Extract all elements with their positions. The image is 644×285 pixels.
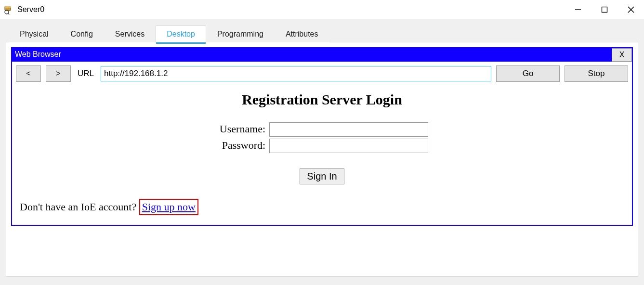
url-label: URL [76,69,96,78]
tab-attributes[interactable]: Attributes [275,26,329,42]
tab-physical[interactable]: Physical [9,26,60,42]
svg-rect-5 [602,7,607,13]
tab-desktop[interactable]: Desktop [156,26,206,42]
signup-prompt: Don't have an IoE account? [20,201,139,213]
tab-config[interactable]: Config [60,26,104,42]
close-button[interactable] [618,0,644,19]
titlebar: Server0 [0,0,644,19]
tabpage-desktop: Web Browser X < > URL Go Stop Registrati… [6,42,638,277]
window-controls [565,0,644,19]
signup-line: Don't have an IoE account? Sign up now [20,199,624,215]
tab-services[interactable]: Services [104,26,156,42]
signup-highlight: Sign up now [139,199,198,215]
password-label: Password: [216,138,269,154]
app-window: Server0 Physical Config Services Desktop [0,0,644,285]
page-title: Registration Server Login [20,91,624,108]
login-form: Username: Password: [216,121,428,154]
browser-title: Web Browser [12,48,612,62]
svg-rect-1 [5,6,11,8]
username-input[interactable] [269,122,428,137]
nav-back-button[interactable]: < [16,65,41,82]
client-area: Physical Config Services Desktop Program… [0,19,644,285]
window-title: Server0 [17,5,44,14]
signin-button[interactable]: Sign In [300,168,344,184]
minimize-button[interactable] [565,0,591,19]
signup-link[interactable]: Sign up now [142,201,196,213]
username-label: Username: [216,121,269,138]
password-input[interactable] [269,139,428,153]
browser-close-button[interactable]: X [612,48,632,62]
svg-line-3 [8,13,10,14]
tabstrip: Physical Config Services Desktop Program… [6,25,638,42]
stop-button[interactable]: Stop [565,65,628,82]
maximize-button[interactable] [591,0,618,19]
go-button[interactable]: Go [496,65,560,82]
browser-page: Registration Server Login Username: Pass… [12,86,632,225]
tab-programming[interactable]: Programming [206,26,275,42]
app-icon [4,5,13,14]
browser-toolbar: < > URL Go Stop [12,62,632,86]
url-input[interactable] [101,66,491,81]
nav-forward-button[interactable]: > [46,65,71,82]
browser-titlebar: Web Browser X [12,48,632,62]
web-browser: Web Browser X < > URL Go Stop Registrati… [11,47,633,226]
